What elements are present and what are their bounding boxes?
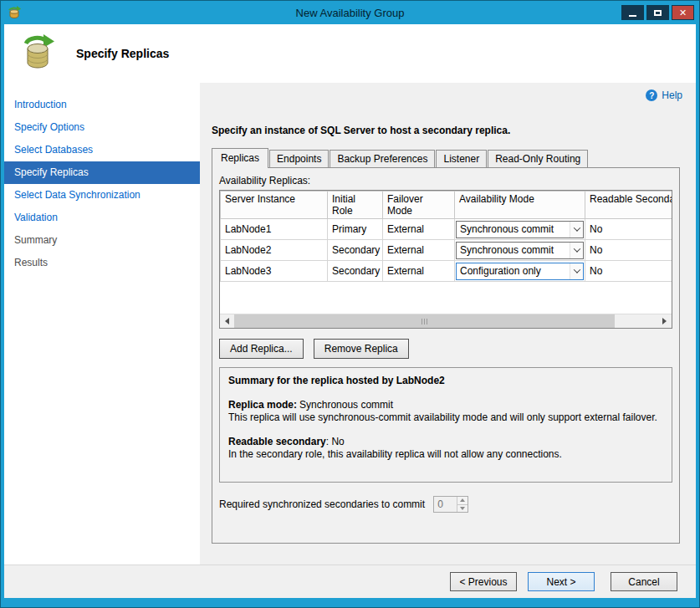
cell-initial-role: Secondary [328, 261, 383, 282]
sidebar-item-select-data-synchronization[interactable]: Select Data Synchronization [4, 184, 200, 207]
chevron-down-icon[interactable] [570, 222, 583, 238]
availability-mode-select[interactable]: Synchronous commit [456, 242, 584, 259]
instruction-text: Specify an instance of SQL Server to hos… [212, 125, 682, 136]
cell-availability-mode: Synchronous commit [455, 219, 585, 240]
column-header-availability-mode[interactable]: Availability Mode [455, 192, 585, 219]
wizard-steps-sidebar: Introduction Specify Options Select Data… [4, 83, 200, 565]
cancel-button[interactable]: Cancel [611, 572, 677, 591]
availability-mode-select[interactable]: Synchronous commit [456, 221, 584, 238]
table-row: LabNode2 Secondary External Synchronous … [221, 240, 673, 261]
tab-endpoints[interactable]: Endpoints [269, 150, 329, 167]
cell-failover-mode: External [383, 261, 455, 282]
wizard-header: Specify Replicas [4, 24, 696, 83]
spin-up-icon [457, 497, 468, 505]
scrollbar-grip-icon [422, 319, 428, 324]
cell-server-instance: LabNode2 [221, 240, 328, 261]
help-link[interactable]: Help [662, 89, 682, 101]
tab-read-only-routing[interactable]: Read-Only Routing [488, 150, 588, 167]
titlebar[interactable]: New Availability Group ✕ [1, 1, 699, 24]
close-button[interactable]: ✕ [672, 5, 694, 20]
table-row: LabNode3 Secondary External Configuratio… [221, 261, 673, 282]
column-header-server-instance[interactable]: Server Instance [221, 192, 328, 219]
spin-down-icon [457, 505, 468, 513]
column-header-initial-role[interactable]: Initial Role [328, 192, 383, 219]
sidebar-item-specify-options[interactable]: Specify Options [4, 116, 200, 139]
cell-readable-secondary: No [585, 240, 673, 261]
scrollbar-thumb[interactable] [234, 314, 615, 328]
sidebar-item-results: Results [4, 252, 200, 274]
help-icon: ? [646, 89, 657, 101]
window-controls: ✕ [621, 5, 694, 20]
window-content: Specify Replicas Introduction Specify Op… [4, 24, 696, 598]
minimize-icon [629, 15, 636, 17]
replica-mode-description: This replica will use synchronous-commit… [228, 411, 663, 424]
sidebar-item-specify-replicas[interactable]: Specify Replicas [4, 161, 200, 184]
help-row: ? Help [212, 89, 682, 101]
next-button[interactable]: Next > [528, 572, 595, 591]
cell-failover-mode: External [383, 219, 455, 240]
availability-mode-select[interactable]: Configuration only [456, 263, 584, 280]
replicas-table: Server Instance Initial Role Failover Mo… [220, 191, 672, 282]
chevron-down-icon[interactable] [570, 243, 583, 258]
cell-initial-role: Primary [328, 219, 383, 240]
minimize-button[interactable] [621, 5, 644, 20]
sidebar-item-introduction[interactable]: Introduction [4, 94, 200, 116]
readable-secondary-description: In the secondary role, this availability… [228, 448, 663, 461]
cell-server-instance: LabNode3 [221, 261, 328, 282]
column-header-readable-secondary[interactable]: Readable Secondary [585, 192, 673, 219]
availability-replicas-label: Availability Replicas: [219, 175, 672, 186]
scroll-left-icon[interactable] [220, 314, 234, 328]
sidebar-item-validation[interactable]: Validation [4, 207, 200, 229]
summary-title: Summary for the replica hosted by LabNod… [228, 375, 663, 387]
availability-replicas-grid: Server Instance Initial Role Failover Mo… [219, 190, 672, 329]
replica-summary-box: Summary for the replica hosted by LabNod… [219, 367, 672, 483]
horizontal-scrollbar[interactable] [220, 314, 672, 328]
tab-backup-preferences[interactable]: Backup Preferences [330, 150, 435, 167]
cell-availability-mode: Configuration only [455, 261, 585, 282]
sidebar-item-select-databases[interactable]: Select Databases [4, 139, 200, 161]
maximize-icon [654, 10, 662, 16]
required-secondaries-stepper: 0 [433, 496, 468, 513]
close-icon: ✕ [679, 8, 687, 18]
scrollbar-track[interactable] [234, 314, 657, 328]
maximize-button[interactable] [646, 5, 669, 20]
add-replica-button[interactable]: Add Replica... [219, 339, 304, 359]
chevron-down-icon[interactable] [570, 263, 583, 279]
cell-server-instance: LabNode1 [221, 219, 328, 240]
required-secondaries-label: Required synchronized secondaries to com… [219, 498, 425, 510]
scroll-right-icon[interactable] [657, 314, 672, 328]
previous-button[interactable]: < Previous [450, 572, 517, 591]
wizard-body: Introduction Specify Options Select Data… [4, 83, 696, 565]
table-row: LabNode1 Primary External Synchronous co… [221, 219, 673, 240]
page-title: Specify Replicas [76, 47, 169, 60]
main-content: ? Help Specify an instance of SQL Server… [200, 83, 696, 565]
column-header-failover-mode[interactable]: Failover Mode [383, 192, 455, 219]
cell-initial-role: Secondary [328, 240, 383, 261]
required-secondaries-row: Required synchronized secondaries to com… [219, 496, 672, 513]
tab-strip: Replicas Endpoints Backup Preferences Li… [212, 148, 682, 167]
readable-secondary-line: Readable secondary: No [228, 436, 663, 448]
replica-mode-line: Replica mode:Synchronous commit [228, 399, 663, 411]
table-header-row: Server Instance Initial Role Failover Mo… [221, 192, 673, 219]
tab-replicas[interactable]: Replicas [212, 148, 268, 168]
new-availability-group-window: New Availability Group ✕ Specify Replica… [0, 0, 700, 608]
database-sync-icon [19, 34, 58, 73]
replica-actions: Add Replica... Remove Replica [219, 339, 672, 359]
grid-empty-area [220, 282, 672, 314]
cell-readable-secondary: No [585, 219, 673, 240]
cell-availability-mode: Synchronous commit [455, 240, 585, 261]
sidebar-item-summary: Summary [4, 229, 200, 252]
cell-failover-mode: External [383, 240, 455, 261]
tab-listener[interactable]: Listener [436, 150, 487, 167]
remove-replica-button[interactable]: Remove Replica [314, 339, 409, 359]
window-title: New Availability Group [1, 7, 699, 19]
replicas-tab-panel: Availability Replicas: Server Instance I… [212, 167, 680, 544]
cell-readable-secondary: No [585, 261, 673, 282]
wizard-footer: < Previous Next > Cancel [4, 565, 696, 598]
